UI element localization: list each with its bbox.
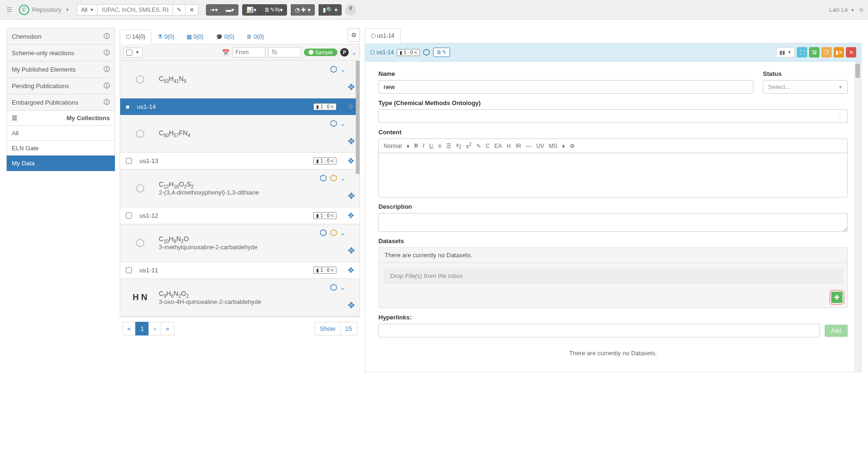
checkbox-icon[interactable]: ■ [126,103,130,110]
sidebar-item-embargoed[interactable]: Embargoed Publicationsⓘ [7,94,115,111]
sample-checkbox[interactable] [126,267,132,273]
sidebar-item-published[interactable]: My Published Elementsⓘ [7,61,115,78]
share-chip[interactable]: ▮ 1 · 0 < [313,267,336,274]
share-chip[interactable]: ▮ 1 · 0 < [313,157,336,164]
show-label[interactable]: Show [315,322,341,335]
template-ir-button[interactable]: IR [516,143,521,149]
chevron-down-icon[interactable]: ⌄ [340,175,345,182]
hyperlink-input[interactable] [378,324,820,337]
tab-settings-button[interactable]: ⚙ [348,28,360,42]
export-button[interactable]: ➜▾ [206,4,222,16]
editor-format-dropdown[interactable]: Normal [384,143,402,149]
edit-mode-button[interactable]: 🗎✎ [433,48,450,57]
name-input[interactable] [378,80,753,94]
copy-button[interactable]: ❐ [821,47,832,57]
close-button[interactable]: ✕ [846,47,856,57]
page-next[interactable]: › [148,322,161,335]
sidebar-item-my-data[interactable]: My Data [7,155,115,171]
sample-card[interactable]: H NC9H6N2O23-oxo-4H-quinoxaline-2-carbal… [120,279,360,317]
search-scope-dropdown[interactable]: All ▼ [77,4,98,16]
underline-button[interactable]: U [429,142,434,149]
ordered-list-button[interactable]: ≡ [438,143,441,149]
share-chip[interactable]: ▮ 1 · 0 < [313,212,336,219]
scrollbar[interactable] [854,62,861,372]
status-select[interactable]: Select...▼ [763,80,848,94]
type-select[interactable]: ⌄ [378,109,848,123]
detail-tab[interactable]: ⬡ us1-14 [365,28,401,43]
sample-header-row[interactable]: us1-11▮ 1 · 0 <✥ [120,262,360,279]
format-button[interactable]: 🗎✎%▾ [260,4,287,16]
add-hyperlink-button[interactable]: Add [825,325,848,337]
sample-checkbox[interactable] [126,158,132,164]
sidebar-item-pending[interactable]: Pending Publicationsⓘ [7,77,115,94]
sidebar-item-scheme-only[interactable]: Scheme-only reactionsⓘ [7,44,115,61]
sample-filter-toggle[interactable]: Sample [304,49,337,56]
tab-reactions[interactable]: ⚗ 0(0) [151,29,180,44]
tab-samples[interactable]: ⬡ 14(0) [120,29,151,44]
fullscreen-button[interactable]: ⛶ [797,47,807,57]
calendar-icon[interactable]: 📅 [222,49,229,56]
italic-button[interactable]: I [423,142,425,149]
page-first[interactable]: « [122,322,136,335]
sample-header-row[interactable]: ■us1-14▮ 1 · 0 <✥ [120,98,360,115]
move-icon[interactable]: ✥ [348,156,354,165]
chevron-down-icon[interactable]: ⌄ [340,284,345,291]
sample-checkbox[interactable] [126,212,132,219]
sidebar-item-all[interactable]: All [7,125,115,141]
move-icon[interactable]: ✥ [348,211,354,220]
menu-icon[interactable]: ☰ [5,4,14,15]
page-last[interactable]: » [161,322,174,335]
move-icon[interactable]: ✥ [348,136,355,147]
sample-header-row[interactable]: us1-13▮ 1 · 0 <✥ [120,153,360,170]
move-icon[interactable]: ✥ [348,102,354,111]
sidebar-item-chemotion[interactable]: Chemotionⓘ [7,28,115,45]
content-editor[interactable] [378,153,848,197]
tab-wellplates[interactable]: ▦ 0(0) [180,29,210,44]
sample-card[interactable]: ⬡C12H16O2S22-(3,4-dimethoxyphenyl)-1,3-d… [120,170,360,207]
editor-settings-button[interactable]: ⚙ [570,143,575,149]
description-textarea[interactable] [378,213,848,232]
sample-card[interactable]: ⬡C60H57FN4 ⌄✥ [120,115,360,153]
repository-dropdown[interactable]: C Repository ▼ [19,5,69,15]
template-ms-button[interactable]: MS [549,143,557,149]
datasets-dropzone[interactable]: Drop File(s) from the inbox [384,268,843,284]
date-from-input[interactable] [232,47,265,57]
move-icon[interactable]: ✥ [348,82,355,92]
template-h-button[interactable]: H [507,143,511,149]
product-filter-icon[interactable]: P [340,48,349,57]
subscript-button[interactable]: x2 [456,142,462,149]
chevron-down-icon[interactable]: ⌄ [352,49,357,56]
template-c-button[interactable]: C [486,143,490,149]
clear-search-button[interactable]: ✕ [186,4,198,16]
edit-search-button[interactable]: ✎ [173,4,186,16]
chevron-down-icon[interactable]: ⌄ [340,120,345,127]
search-input[interactable] [98,4,173,16]
unordered-list-button[interactable]: ☰ [446,143,451,149]
chevron-down-icon[interactable]: ⌄ [340,229,345,237]
import-button[interactable]: ▬▾ [221,4,238,16]
move-icon[interactable]: ✥ [348,300,355,311]
export-button[interactable]: ▮✕ [834,47,844,57]
report-button[interactable]: 📊▾ [242,4,261,16]
chevron-down-icon[interactable]: ⌄ [340,66,345,73]
script-button[interactable]: ✎ [476,143,481,149]
template-uv-button[interactable]: UV [536,143,544,149]
logout-icon[interactable]: ⎋ [860,6,863,13]
strike-button[interactable]: — [526,143,532,149]
tab-research-plans[interactable]: 🗎 0(0) [240,29,270,44]
date-to-input[interactable] [268,47,301,57]
sample-header-row[interactable]: us1-12▮ 1 · 0 <✥ [120,207,360,224]
scan-dropdown[interactable]: ▮▮ ▼ [776,47,795,57]
page-current[interactable]: 1 [135,322,149,335]
move-icon[interactable]: ✥ [348,191,355,201]
template-ea-button[interactable]: EA [494,143,502,149]
detail-share-chip[interactable]: ▮ 1 · 0 < [397,49,420,56]
sample-card[interactable]: ⬡C10H8N2O3-methylquinoxaline-2-carbaldeh… [120,224,360,262]
tool-a-button[interactable]: ◔ ✚ ▾ [291,4,315,16]
user-menu[interactable]: Lan Le ▼ [829,6,855,13]
sidebar-item-eln-gate[interactable]: ELN Gate [7,140,115,156]
per-page-value[interactable]: 15 [340,322,357,335]
hex-icon[interactable] [423,49,430,56]
superscript-button[interactable]: x2 [466,142,472,150]
move-icon[interactable]: ✥ [348,245,355,256]
